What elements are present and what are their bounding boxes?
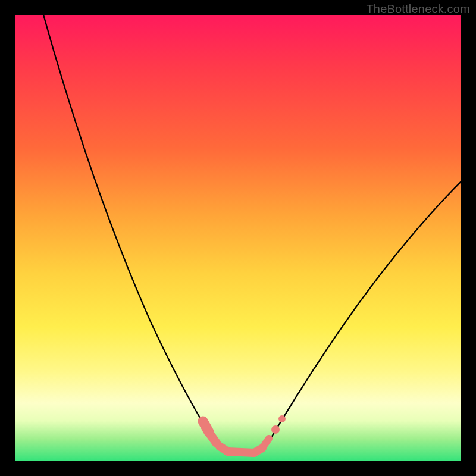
highlight-seg (203, 421, 209, 432)
highlight-dot (278, 415, 286, 422)
highlight-seg (211, 435, 217, 443)
watermark-text: TheBottleneck.com (366, 2, 470, 16)
highlight-seg (254, 448, 262, 453)
highlight-dot (271, 425, 280, 434)
curve-left (43, 15, 206, 428)
curve-right (270, 181, 461, 440)
chart-frame: TheBottleneck.com (0, 0, 476, 476)
plot-area (15, 15, 461, 461)
curve-layer (15, 15, 461, 461)
highlight-seg (265, 439, 269, 444)
